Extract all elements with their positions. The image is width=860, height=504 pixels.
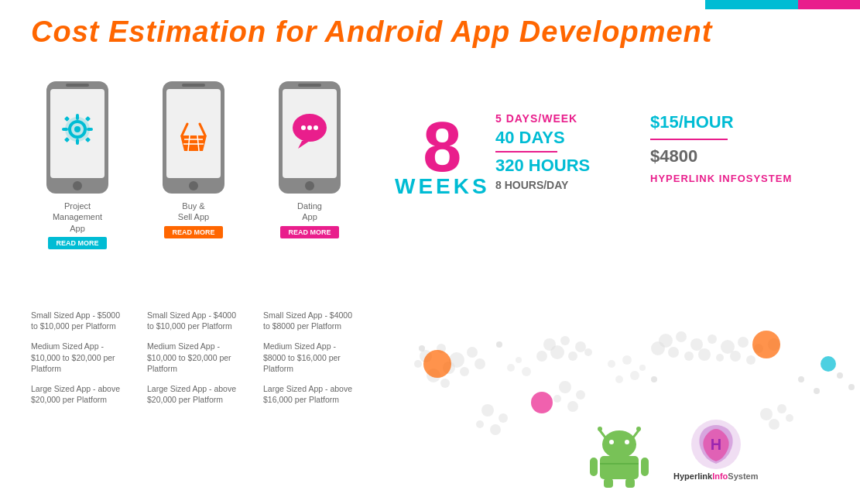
svg-point-58 <box>708 334 717 344</box>
total-days-stat: 40 DAYS <box>495 128 565 148</box>
svg-point-74 <box>490 424 501 435</box>
svg-point-50 <box>559 381 571 393</box>
svg-point-100 <box>609 440 614 444</box>
svg-point-51 <box>576 390 585 399</box>
pink-bar <box>798 0 860 9</box>
svg-point-3 <box>73 181 82 190</box>
svg-rect-17 <box>182 84 205 87</box>
svg-point-42 <box>423 350 451 378</box>
cost-item: Small Sized App - $4000 to $8000 per Pla… <box>263 310 356 331</box>
phone-card-buy-sell: Buy &Sell App READ MORE <box>147 77 240 249</box>
company-name-stat: HYPERLINK INFOSYSTEM <box>650 173 792 184</box>
days-per-week-stat: 5 DAYS/WEEK <box>495 112 577 125</box>
svg-point-53 <box>553 395 561 403</box>
hyperlink-logo-icon: H <box>689 417 743 471</box>
svg-point-29 <box>301 125 306 130</box>
svg-point-31 <box>314 125 318 130</box>
phone-card-dating: DatingApp READ MORE <box>263 77 356 249</box>
svg-point-56 <box>676 331 687 342</box>
svg-point-72 <box>481 404 494 417</box>
svg-rect-103 <box>590 458 598 476</box>
svg-rect-25 <box>298 84 321 87</box>
cost-item: Large Sized App - above $20,000 per Plat… <box>147 383 240 405</box>
svg-point-75 <box>476 420 484 428</box>
svg-point-68 <box>746 355 755 365</box>
weeks-stats: 8 WEEKS <box>395 112 490 199</box>
hourly-divider <box>650 139 728 140</box>
svg-rect-9 <box>62 128 68 131</box>
svg-rect-7 <box>76 114 79 120</box>
phone-svg-dating <box>275 77 344 197</box>
hyperlink-logo: H HyperlinkInfoSystem <box>673 417 758 481</box>
hourly-rate-stat: $15/HOUR <box>650 112 734 132</box>
svg-point-35 <box>467 347 478 358</box>
svg-point-46 <box>550 345 564 359</box>
svg-point-84 <box>630 371 639 380</box>
svg-point-69 <box>651 341 665 355</box>
svg-rect-104 <box>641 458 649 476</box>
hours-per-day-stat: 8 HOURS/DAY <box>495 179 568 191</box>
read-more-buy-sell-button[interactable]: READ MORE <box>164 226 222 238</box>
svg-rect-2 <box>66 84 89 87</box>
phone-label-buy-sell: Buy &Sell App <box>178 201 209 223</box>
weeks-number: 8 <box>423 112 461 182</box>
svg-point-63 <box>668 347 679 358</box>
svg-point-66 <box>716 354 724 362</box>
cost-item: Small Sized App - $4000 to $10,000 per P… <box>147 310 240 331</box>
cost-column-buy-sell: Small Sized App - $4000 to $10,000 per P… <box>147 310 240 414</box>
cost-item: Medium Sized App - $8000 to $16,000 per … <box>263 341 356 374</box>
svg-point-41 <box>440 379 450 388</box>
svg-point-98 <box>636 427 641 431</box>
read-more-dating-button[interactable]: READ MORE <box>280 226 338 238</box>
svg-point-101 <box>625 440 629 444</box>
svg-point-86 <box>522 367 531 376</box>
svg-point-48 <box>584 348 592 356</box>
svg-point-47 <box>568 351 577 361</box>
svg-point-26 <box>305 181 314 190</box>
android-robot-icon <box>588 419 650 489</box>
svg-point-88 <box>419 345 425 351</box>
svg-point-85 <box>507 364 515 372</box>
svg-point-45 <box>575 341 586 352</box>
svg-point-76 <box>760 408 773 420</box>
svg-point-79 <box>786 414 793 422</box>
svg-point-97 <box>598 427 602 431</box>
cost-item: Small Sized App - $5000 to $10,000 per P… <box>31 310 124 331</box>
cost-item: Large Sized App - above $20,000 per Plat… <box>31 383 124 405</box>
svg-point-94 <box>848 384 855 390</box>
phone-svg-project <box>43 77 112 197</box>
hourly-stats-column: $15/HOUR $4800 HYPERLINK INFOSYSTEM <box>650 112 792 184</box>
cost-column-dating: Small Sized App - $4000 to $8000 per Pla… <box>263 310 356 414</box>
phone-label-project: ProjectManagementApp <box>53 201 102 234</box>
phone-card-project-management: ProjectManagementApp READ MORE <box>31 77 124 249</box>
svg-point-90 <box>651 376 657 382</box>
cost-item: Medium Sized App - $10,000 to $20,000 pe… <box>31 341 124 374</box>
read-more-project-button[interactable]: READ MORE <box>48 237 106 249</box>
phones-area: ProjectManagementApp READ MORE Buy &Sell… <box>31 77 356 249</box>
svg-rect-8 <box>76 139 79 145</box>
svg-point-81 <box>622 355 632 365</box>
cost-column-project: Small Sized App - $5000 to $10,000 per P… <box>31 310 124 414</box>
weeks-label: WEEKS <box>395 174 490 199</box>
svg-point-64 <box>684 351 694 361</box>
svg-point-87 <box>516 357 522 363</box>
phone-label-dating: DatingApp <box>297 201 322 223</box>
svg-text:H: H <box>710 436 721 453</box>
page-title: Cost Estimation for Android App Developm… <box>31 15 712 49</box>
total-hours-stat: 320 HOURS <box>495 156 590 176</box>
total-cost-stat: $4800 <box>650 146 697 166</box>
svg-rect-106 <box>625 478 635 488</box>
svg-point-52 <box>567 401 578 412</box>
svg-rect-102 <box>600 456 639 479</box>
cyan-bar <box>705 0 798 9</box>
svg-point-39 <box>414 360 422 368</box>
svg-point-18 <box>189 181 198 190</box>
svg-rect-105 <box>604 478 613 488</box>
svg-point-60 <box>738 337 749 348</box>
svg-point-57 <box>690 338 703 351</box>
phone-svg-buy-sell <box>159 77 228 197</box>
svg-point-93 <box>837 372 843 379</box>
svg-point-71 <box>821 356 836 372</box>
svg-point-70 <box>752 331 780 358</box>
svg-point-92 <box>814 388 820 394</box>
